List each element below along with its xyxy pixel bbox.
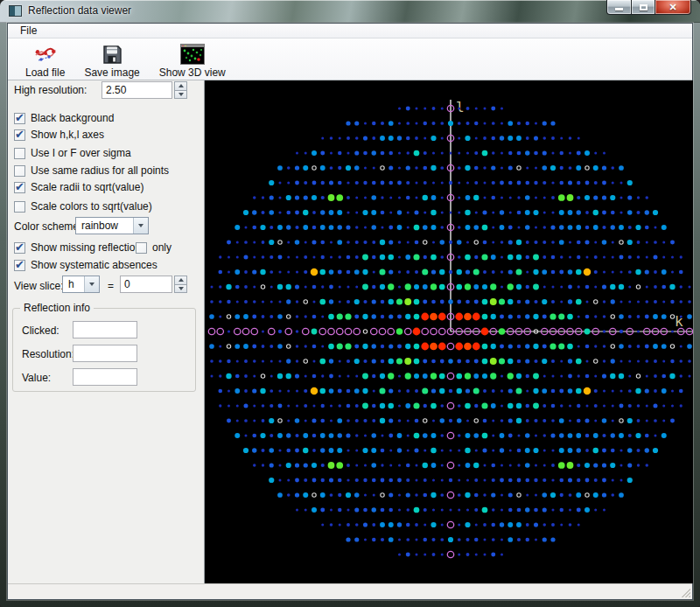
show-3d-view-button[interactable]: Show 3D view [152,41,233,80]
reflection-info-title: Reflection info [20,302,94,314]
chevron-down-icon [84,276,99,292]
toolbar-button-label: Save image [84,66,139,79]
checkbox-scale-radii[interactable]: Scale radii to sqrt(value) [14,181,144,193]
checkbox-label: Show missing reflections [31,241,146,254]
view-slice-label: View slice: [14,280,63,292]
spin-up-icon[interactable] [174,276,187,285]
checkbox-box[interactable] [14,242,25,254]
color-scheme-value: rainbow [76,220,133,232]
view-slice-axis-value: h [63,278,84,290]
svg-text:k: k [675,313,683,330]
color-scheme-label: Color scheme: [14,220,81,233]
chevron-down-icon [133,218,148,234]
checkbox-show-hkl-axes[interactable]: Show h,k,l axes [14,129,104,141]
spin-down-icon[interactable] [174,91,187,100]
menu-bar: File [8,24,692,38]
checkbox-label: Use I or F over sigma [31,147,131,159]
value-label: Value: [22,372,51,384]
high-resolution-spinner[interactable] [174,81,187,99]
clicked-field[interactable] [73,321,137,338]
menu-file[interactable]: File [14,24,43,38]
minimize-button[interactable] [606,0,632,15]
resolution-field[interactable] [73,345,137,362]
checkbox-missing-only[interactable]: only [136,241,172,254]
checkbox-scale-colors[interactable]: Scale colors to sqrt(value) [14,200,152,213]
checkbox-label: Show systematic absences [31,259,158,271]
scatter-plot-icon [34,43,57,66]
toolbar-button-label: Load file [25,66,65,79]
value-field[interactable] [73,368,137,386]
app-window: Reflection data viewer ✕ File [0,0,700,607]
maximize-icon [640,4,648,10]
close-icon: ✕ [668,3,676,12]
reflection-plot-canvas[interactable]: lk [205,80,693,583]
high-resolution-label: High resolution: [14,84,87,96]
checkbox-label: only [152,241,172,254]
resize-grip-icon[interactable] [680,587,690,597]
view-slice-spinner[interactable] [174,276,187,293]
status-bar [8,583,692,599]
checkbox-box[interactable] [14,201,25,213]
app-icon [9,5,22,17]
clicked-label: Clicked: [22,324,60,337]
checkbox-label: Use same radius for all points [31,164,169,177]
color-scheme-dropdown[interactable]: rainbow [75,217,149,234]
maximize-button[interactable] [632,0,655,15]
checkbox-i-or-f-over-sigma[interactable]: Use I or F over sigma [14,147,131,159]
client-area: File Load file [7,23,693,600]
equals-sign: = [108,280,114,292]
checkbox-show-systematic[interactable]: Show systematic absences [14,259,158,271]
checkbox-box[interactable] [14,113,25,124]
load-file-button[interactable]: Load file [18,41,72,80]
save-image-button[interactable]: Save image [77,41,146,80]
checkbox-label: Scale colors to sqrt(value) [31,200,152,213]
checkbox-label: Black background [31,112,114,124]
checkbox-box[interactable] [14,129,25,141]
toolbar: Load file Save image [8,38,692,80]
close-button[interactable]: ✕ [655,0,691,15]
hkl-slice-scatter[interactable]: lk [205,80,693,583]
checkbox-box[interactable] [136,242,147,254]
svg-text:l: l [456,99,465,115]
checkbox-box[interactable] [14,182,25,193]
resolution-label: Resolution: [22,348,74,360]
checkbox-black-background[interactable]: Black background [14,112,114,124]
checkbox-box[interactable] [14,165,25,177]
checkbox-label: Show h,k,l axes [31,129,104,141]
checkbox-show-missing[interactable]: Show missing reflections [14,241,146,254]
checkbox-label: Scale radii to sqrt(value) [31,181,144,193]
checkbox-box[interactable] [14,148,25,159]
reflection-info-group: Reflection info Clicked: Resolution: Val… [12,308,196,392]
high-resolution-input[interactable] [102,81,172,99]
title-bar[interactable]: Reflection data viewer ✕ [0,0,700,23]
view-slice-axis-dropdown[interactable]: h [62,276,100,293]
toolbar-button-label: Show 3D view [159,66,226,79]
minimize-icon [615,8,623,10]
checkbox-box[interactable] [14,260,25,271]
control-panel: High resolution: Black background Show h… [8,80,205,583]
3d-view-icon [180,43,205,66]
spin-up-icon[interactable] [174,81,187,91]
view-slice-value-input[interactable] [120,276,172,293]
checkbox-same-radius[interactable]: Use same radius for all points [14,164,169,177]
spin-down-icon[interactable] [174,285,187,294]
window-title: Reflection data viewer [28,4,131,17]
floppy-disk-icon [102,43,122,66]
